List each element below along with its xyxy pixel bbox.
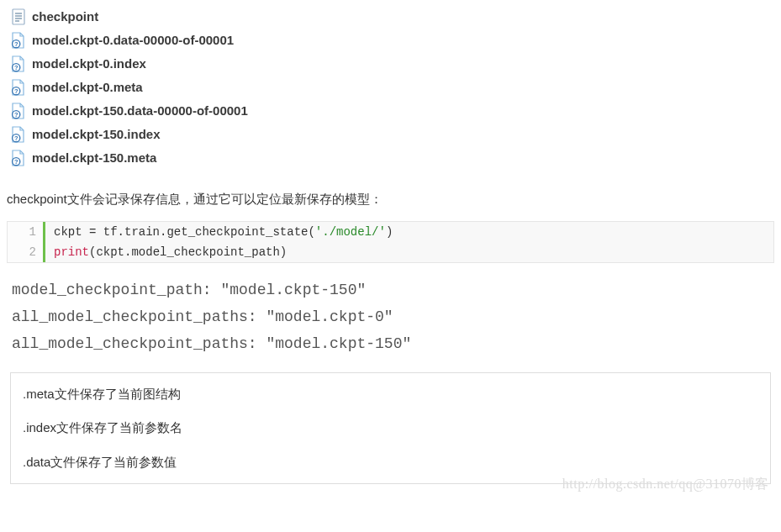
file-name-label: model.ckpt-0.meta — [32, 78, 143, 97]
line-number: 1 — [8, 222, 45, 242]
svg-text:?: ? — [14, 158, 18, 166]
code-block: 1ckpt = tf.train.get_checkpoint_state('.… — [7, 221, 774, 263]
code-line: 2print(ckpt.model_checkpoint_path) — [8, 242, 773, 262]
file-row[interactable]: ?model.ckpt-0.index — [10, 52, 781, 76]
code-text: print(ckpt.model_checkpoint_path) — [45, 242, 287, 262]
svg-text:?: ? — [14, 134, 18, 142]
unknown-file-icon: ? — [10, 103, 27, 119]
svg-text:?: ? — [14, 87, 18, 95]
note-line: .data文件保存了当前参数值 — [23, 453, 758, 472]
code-output: model_checkpoint_path: "model.ckpt-150"a… — [0, 273, 781, 367]
file-row[interactable]: ?model.ckpt-150.meta — [10, 146, 781, 170]
svg-text:?: ? — [14, 111, 18, 119]
code-line: 1ckpt = tf.train.get_checkpoint_state('.… — [8, 222, 773, 242]
svg-text:?: ? — [14, 40, 18, 48]
line-number: 2 — [8, 242, 45, 262]
file-name-label: model.ckpt-0.data-00000-of-00001 — [32, 31, 234, 50]
output-line: model_checkpoint_path: "model.ckpt-150" — [12, 277, 781, 303]
unknown-file-icon: ? — [10, 150, 27, 166]
file-row[interactable]: ?model.ckpt-0.meta — [10, 76, 781, 99]
file-name-label: model.ckpt-0.index — [32, 55, 146, 74]
checkpoint-description: checkpoint文件会记录保存信息，通过它可以定位最新保存的模型： — [0, 176, 781, 218]
file-row[interactable]: ?model.ckpt-150.index — [10, 123, 781, 146]
notes-box: .meta文件保存了当前图结构.index文件保存了当前参数名.data文件保存… — [10, 372, 771, 485]
code-text: ckpt = tf.train.get_checkpoint_state('./… — [45, 222, 393, 242]
file-row[interactable]: ?model.ckpt-0.data-00000-of-00001 — [10, 29, 781, 52]
file-name-label: model.ckpt-150.meta — [32, 149, 156, 168]
unknown-file-icon: ? — [10, 55, 27, 72]
output-line: all_model_checkpoint_paths: "model.ckpt-… — [12, 303, 781, 330]
file-row[interactable]: ?model.ckpt-150.data-00000-of-00001 — [10, 99, 781, 123]
file-name-label: checkpoint — [32, 8, 98, 27]
text-file-icon — [10, 8, 27, 25]
svg-text:?: ? — [14, 64, 18, 71]
unknown-file-icon: ? — [10, 126, 27, 143]
note-line: .index文件保存了当前参数名 — [23, 419, 758, 438]
svg-rect-0 — [13, 9, 24, 24]
output-line: all_model_checkpoint_paths: "model.ckpt-… — [12, 330, 781, 357]
unknown-file-icon: ? — [10, 79, 27, 96]
file-name-label: model.ckpt-150.data-00000-of-00001 — [32, 102, 248, 121]
file-list: checkpoint?model.ckpt-0.data-00000-of-00… — [0, 0, 781, 176]
unknown-file-icon: ? — [10, 32, 27, 49]
note-line: .meta文件保存了当前图结构 — [23, 385, 758, 404]
file-row[interactable]: checkpoint — [10, 5, 781, 29]
file-name-label: model.ckpt-150.index — [32, 125, 161, 145]
